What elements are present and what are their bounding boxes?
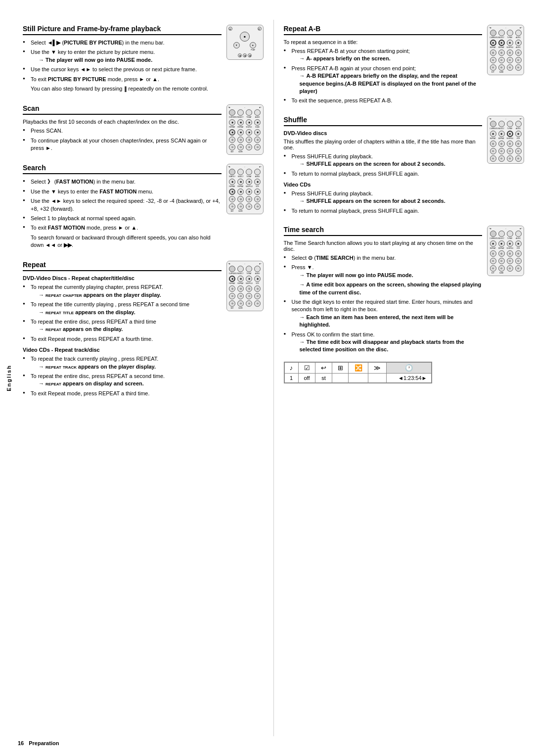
remote-btn: ◎ [498, 250, 505, 257]
page-number: 16 [18, 740, 24, 746]
list-item: To continue playback at your chosen chap… [23, 137, 222, 152]
remote-label: SHUFFLE [246, 186, 252, 188]
remote-label: SHUFFLE [507, 247, 513, 249]
remote-btn: ◉ [490, 240, 496, 247]
repeat-ab-list: Press REPEAT A-B at your chosen starting… [284, 47, 483, 105]
remote-btn: ◉ [490, 40, 496, 46]
remote-btn: ⊙ [229, 293, 235, 299]
remote-label: CURRENTLY [490, 237, 496, 239]
page: English Still Picture and Frame-by-frame… [0, 0, 534, 756]
remote-label: SBT [229, 151, 235, 153]
table-cell: 1 [284, 373, 298, 382]
remote-label: SBT [229, 210, 235, 212]
remote-btn: ⊙ [498, 258, 505, 264]
remote-btn: ► [258, 27, 262, 31]
table-cell: off [298, 373, 315, 382]
table-cell [332, 373, 349, 382]
table-icon-cell: ♪ [284, 362, 298, 373]
shuffle-dvd-desc: This shuffles the playing order of chapt… [284, 139, 483, 150]
list-item: Press SHUFFLE during playback. SHUFFLE a… [284, 153, 483, 168]
repeat-title: Repeat [23, 261, 222, 271]
remote-label: CURRENTLY [490, 128, 496, 130]
remote-btn: ⊙ [237, 203, 244, 210]
remote-label: SELECT [498, 237, 505, 239]
remote-btn: ◎ [229, 196, 235, 202]
list-item: Use the digit keys to enter the required… [284, 298, 483, 329]
remote-btn: ◉ [490, 131, 496, 137]
scan-list: Press SCAN. To continue playback at your… [23, 127, 222, 152]
remote-btn [237, 266, 244, 272]
remote-btn [507, 30, 513, 36]
remote-btn: ◉ [237, 179, 244, 185]
remote-label: REPEAT [498, 138, 505, 140]
remote-btn: ◉ [515, 240, 522, 247]
remote-btn: ⊙ [246, 293, 252, 299]
search-title: Search [23, 164, 222, 174]
remote-btn: ◎ [498, 49, 505, 56]
shuffle-title: Shuffle [284, 116, 483, 126]
remote-label: AUDIO [515, 47, 522, 48]
remote-btn: ⊙ [507, 148, 513, 154]
remote-btn [229, 266, 235, 272]
remote-label: REPEAT [498, 47, 505, 48]
remote-btn: ◉ [254, 276, 261, 282]
time-search-section: Time search The Time Search function all… [284, 226, 525, 384]
search-note: To search forward or backward through di… [23, 234, 222, 249]
remote-btn: ▼ [233, 42, 240, 48]
remote-top-label: ⌣ [505, 27, 506, 29]
remote-label: VCR [515, 247, 522, 249]
remote-label: CURRENTLY [490, 37, 496, 39]
repeat-vcd-list: To repeat the track currently playing , … [23, 355, 222, 397]
remote-label: SURR [498, 272, 505, 274]
remote-btn: ◉ [246, 189, 252, 195]
remote-label: TV/SAT [507, 128, 513, 130]
remote-btn [237, 169, 244, 175]
remote-btn: ◎ [515, 141, 522, 147]
remote-btn: ◉ [229, 276, 235, 282]
remote-btn: ► [250, 42, 256, 48]
remote-label: SCAN [254, 126, 261, 128]
remote-top-label: ◉» [520, 228, 522, 230]
remote-btn: ◉ [229, 189, 235, 195]
remote-top-label: «◉ [489, 228, 491, 230]
remote-btn [229, 109, 235, 116]
remote-btn: ◎ [490, 49, 496, 56]
remote-btn: ◉ [246, 119, 252, 126]
time-search-list: Select ⊙ (TIME SEARCH) in the menu bar. … [284, 254, 483, 354]
remote-label: REPEAT [490, 247, 496, 249]
repeat-ab-remote: «◉ ⌣ ◉» CURRENTLY SELECT TV/SAT AUDIO ◉R… [487, 25, 524, 75]
remote-btn: ◎ [237, 285, 244, 292]
list-item: To exit Repeat mode, press REPEAT a thir… [23, 390, 222, 397]
remote-btn: ⊙ [498, 57, 505, 63]
remote-label: SELECT [237, 273, 244, 275]
remote-top-label: «◉ [489, 27, 491, 29]
table-icon-cell: ☑ [298, 362, 315, 373]
remote-top-label: «◉ [228, 263, 231, 265]
remote-btn [498, 30, 505, 36]
remote-btn: ◉ [246, 179, 252, 185]
remote-btn [515, 231, 522, 237]
remote-btn: ◉ [254, 179, 261, 185]
remote-btn: ⊙ [254, 203, 261, 210]
remote-btn: ◉ [254, 129, 261, 136]
remote-btn: ⊙ [490, 148, 496, 154]
list-item: Select ◄▌▶ (PICTURE BY PICTURE) in the m… [23, 39, 222, 47]
remote-btn: ⊙ [515, 64, 522, 71]
arrow-note: repeat appears on the display. [31, 326, 222, 333]
remote-btn: ⊙ [498, 155, 505, 162]
scan-remote: «◉ ⌣ ◉» CURRENTLY SELECT TV/SAT AUDIO ◉R… [226, 104, 264, 155]
arrow-note: The time edit box will disappear and pla… [292, 338, 483, 354]
list-item: Use the ▼ key to enter the picture by pi… [23, 48, 222, 64]
shuffle-section: Shuffle DVD-Video discs This shuffles th… [284, 116, 525, 217]
remote-label: TV/SAT [246, 273, 252, 275]
remote-btn: ◎ [507, 250, 513, 257]
language-label: English [0, 20, 18, 736]
arrow-note: SHUFFLE appears on the screen for about … [292, 197, 483, 205]
remote-btn: ⊙ [254, 144, 261, 150]
remote-btn: ⊙ [498, 265, 505, 272]
remote-btn: ◉ [229, 179, 235, 185]
remote-top-label: ◉» [259, 106, 262, 108]
remote-btn: ◉ [237, 129, 244, 136]
remote-top-label: ⌣ [244, 166, 245, 168]
still-picture-section: Still Picture and Frame-by-frame playbac… [23, 25, 264, 95]
